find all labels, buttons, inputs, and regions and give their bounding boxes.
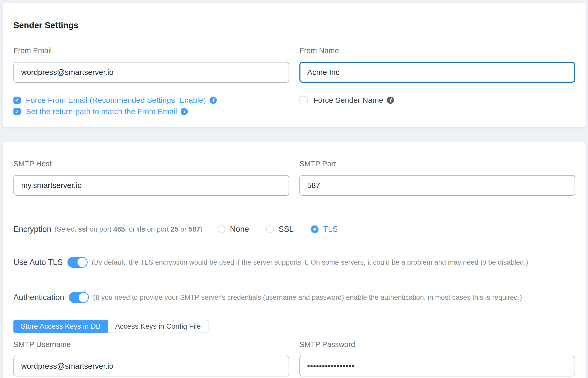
smtp-port-label: SMTP Port — [299, 159, 575, 169]
return-path-checkbox[interactable]: ✓ — [13, 108, 21, 115]
authentication-description: (If you need to provide your SMTP server… — [93, 294, 522, 302]
encryption-hint: (Select ssl on port 465, or tls on port … — [54, 225, 202, 233]
radio-selected-icon — [311, 225, 319, 233]
radio-icon — [218, 225, 225, 233]
sender-settings-title: Sender Settings — [13, 20, 575, 31]
authentication-row: Authentication (If you need to provide y… — [13, 292, 575, 303]
encryption-option-none[interactable]: None — [218, 225, 249, 234]
radio-icon — [266, 225, 274, 233]
return-path-row: ✓ Set the return-path to match the From … — [13, 107, 289, 116]
sender-fields-row: From Email ✓ Force From Email (Recommend… — [13, 45, 575, 116]
smtp-username-field-group: SMTP Username — [13, 339, 289, 376]
encryption-row: Encryption (Select ssl on port 465, or t… — [13, 224, 575, 235]
from-name-label: From Name — [299, 45, 575, 56]
encryption-option-ssl-label: SSL — [278, 225, 294, 234]
smtp-host-input[interactable] — [13, 175, 289, 196]
sender-settings-card: Sender Settings From Email ✓ Force From … — [3, 3, 586, 127]
from-email-field-group: From Email ✓ Force From Email (Recommend… — [13, 45, 289, 116]
auto-tls-row: Use Auto TLS (By default, the TLS encryp… — [13, 257, 575, 268]
smtp-host-field-group: SMTP Host — [13, 159, 289, 196]
force-sender-name-row: Force Sender Name i — [299, 96, 575, 105]
key-storage-tabs: Store Access Keys in DB Access Keys in C… — [13, 320, 208, 333]
return-path-label[interactable]: Set the return-path to match the From Em… — [26, 107, 177, 116]
force-sender-name-group: Force Sender Name i — [299, 96, 575, 105]
toggle-knob-icon — [79, 293, 88, 302]
smtp-port-field-group: SMTP Port — [299, 159, 575, 196]
smtp-password-label: SMTP Password — [299, 339, 575, 350]
from-name-field-group: From Name Force Sender Name i — [299, 45, 575, 116]
smtp-host-label: SMTP Host — [13, 159, 289, 169]
auto-tls-toggle[interactable] — [67, 257, 88, 268]
encryption-option-ssl[interactable]: SSL — [266, 225, 294, 234]
smtp-password-input[interactable] — [299, 356, 575, 376]
tab-store-keys-in-db[interactable]: Store Access Keys in DB — [13, 320, 108, 333]
smtp-credentials-row: SMTP Username SMTP Password — [13, 339, 575, 376]
from-email-input[interactable] — [13, 62, 289, 83]
smtp-connection-card: SMTP Host SMTP Port Encryption (Select s… — [3, 142, 586, 378]
force-sender-name-checkbox[interactable] — [299, 96, 308, 104]
smtp-port-input[interactable] — [299, 175, 575, 196]
tab-keys-in-config-file[interactable]: Access Keys in Config File — [108, 320, 208, 333]
info-icon[interactable]: i — [387, 97, 394, 104]
encryption-option-tls-label: TLS — [323, 225, 338, 234]
encryption-label: Encryption — [13, 225, 51, 234]
auto-tls-label: Use Auto TLS — [13, 258, 63, 267]
sender-checkboxes: ✓ Force From Email (Recommended Settings… — [13, 96, 289, 116]
info-icon[interactable]: i — [210, 97, 217, 104]
smtp-host-port-row: SMTP Host SMTP Port — [13, 159, 575, 196]
auto-tls-description: (By default, the TLS encryption would be… — [92, 258, 528, 266]
toggle-knob-icon — [78, 258, 87, 267]
authentication-label: Authentication — [13, 293, 64, 302]
from-name-input[interactable] — [299, 62, 575, 83]
force-from-email-row: ✓ Force From Email (Recommended Settings… — [13, 96, 289, 105]
force-from-email-checkbox[interactable]: ✓ — [13, 97, 21, 104]
info-icon[interactable]: i — [181, 108, 188, 115]
encryption-radio-group: None SSL TLS — [218, 225, 338, 234]
force-from-email-label[interactable]: Force From Email (Recommended Settings: … — [26, 96, 206, 105]
smtp-username-input[interactable] — [13, 356, 289, 376]
encryption-option-none-label: None — [230, 225, 249, 234]
authentication-toggle[interactable] — [69, 292, 89, 303]
from-email-label: From Email — [13, 45, 289, 56]
force-sender-name-label[interactable]: Force Sender Name — [313, 96, 383, 105]
smtp-username-label: SMTP Username — [13, 339, 289, 350]
smtp-password-field-group: SMTP Password — [299, 339, 575, 376]
encryption-option-tls[interactable]: TLS — [311, 225, 338, 234]
